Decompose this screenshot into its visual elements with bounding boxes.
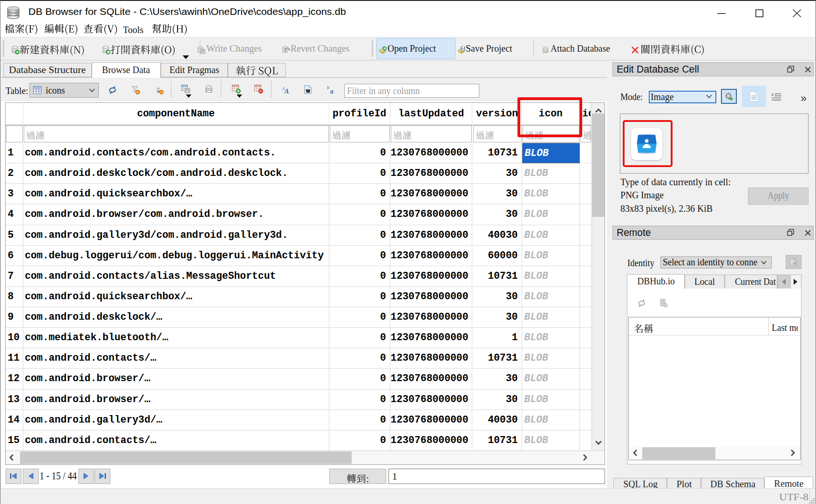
svg-text:a: a — [330, 88, 333, 94]
svg-text:b: b — [327, 86, 329, 90]
svg-text:A: A — [284, 88, 289, 94]
